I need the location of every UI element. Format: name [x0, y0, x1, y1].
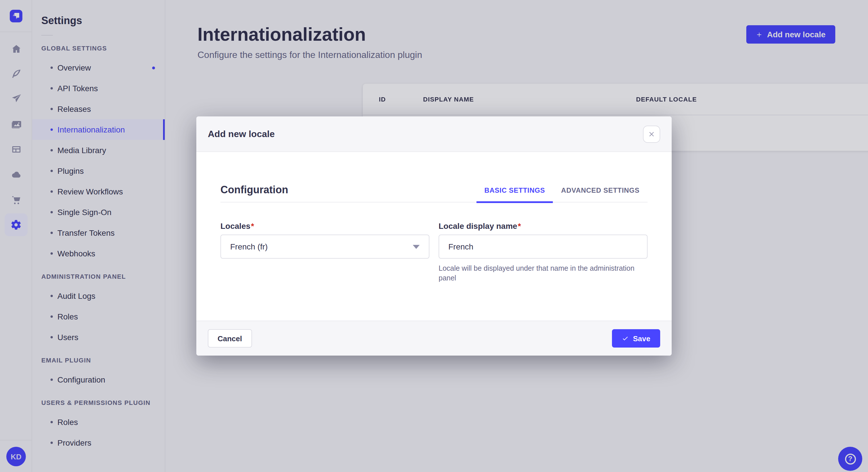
modal-footer: Cancel Save	[196, 321, 672, 356]
configuration-header-row: Configuration BASIC SETTINGS ADVANCED SE…	[220, 178, 648, 202]
modal-title: Add new locale	[208, 129, 275, 139]
display-name-input[interactable]	[439, 235, 648, 259]
cancel-button[interactable]: Cancel	[208, 329, 252, 347]
display-name-hint: Locale will be displayed under that name…	[439, 264, 648, 283]
locales-select-value: French (fr)	[230, 242, 268, 251]
checkmark-icon	[621, 335, 628, 342]
modal-body: Configuration BASIC SETTINGS ADVANCED SE…	[196, 152, 672, 321]
chevron-down-icon	[413, 245, 420, 248]
tab-advanced-settings[interactable]: ADVANCED SETTINGS	[553, 178, 648, 202]
locales-select[interactable]: French (fr)	[220, 235, 429, 259]
locales-field: Locales* French (fr)	[220, 222, 429, 283]
locales-label: Locales*	[220, 222, 429, 231]
configuration-title: Configuration	[220, 184, 288, 196]
display-name-label: Locale display name*	[439, 222, 648, 231]
close-modal-button[interactable]	[643, 126, 660, 143]
add-locale-modal: Add new locale Configuration BASIC SETTI…	[196, 116, 672, 356]
required-asterisk: *	[251, 222, 254, 231]
form-fields-row: Locales* French (fr) Locale display name…	[220, 222, 648, 283]
modal-header: Add new locale	[196, 116, 672, 152]
settings-tabs: BASIC SETTINGS ADVANCED SETTINGS	[476, 178, 648, 202]
close-icon	[648, 131, 655, 138]
required-asterisk: *	[518, 222, 521, 231]
strapi-settings-page: KD Settings GLOBAL SETTINGS Overview API…	[0, 0, 868, 472]
save-button[interactable]: Save	[612, 329, 660, 347]
tab-basic-settings[interactable]: BASIC SETTINGS	[476, 178, 553, 202]
display-name-field: Locale display name* Locale will be disp…	[439, 222, 648, 283]
